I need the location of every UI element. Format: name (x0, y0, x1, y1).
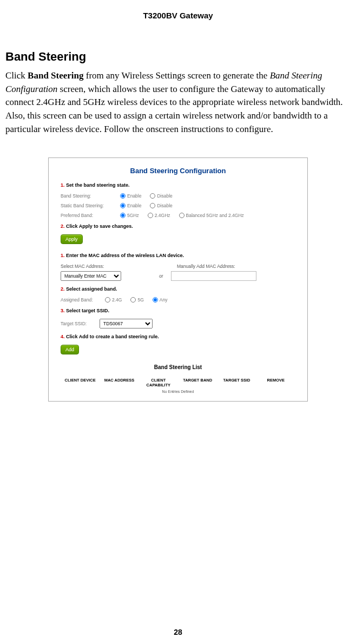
step-text: Select assigned band. (65, 286, 117, 292)
band-steering-disable-option[interactable]: Disable (150, 193, 172, 199)
pref-5ghz-option[interactable]: 5GHz (120, 213, 139, 218)
col-target-ssid: TARGET SSID (217, 378, 256, 387)
assigned-band-row: Assigned Band: 2.4G 5G Any (61, 297, 295, 303)
assigned-5g-option[interactable]: 5G (130, 297, 143, 303)
assigned-any-radio[interactable] (153, 297, 158, 303)
static-disable-option[interactable]: Disable (150, 203, 172, 208)
option-label: 5G (137, 297, 143, 303)
step-a4-heading: 4. Click Add to create a band steering r… (61, 334, 295, 339)
document-header: T3200BV Gateway (5, 11, 351, 20)
step-number: 2. (61, 286, 65, 292)
mac-select[interactable]: Manually Enter MAC (61, 271, 121, 281)
step-text: Click Apply to save changes. (65, 224, 133, 229)
option-label: Disable (157, 203, 172, 208)
pref-balanced-option[interactable]: Balanced 5GHz and 2.4GHz (179, 213, 244, 218)
band-steering-list-title: Band Steering List (61, 364, 295, 370)
step-2-heading: 2. Click Apply to save changes. (61, 224, 295, 229)
list-header-row: CLIENT DEVICE MAC ADDRESS CLIENT CAPABIL… (61, 378, 295, 387)
band-steering-disable-radio[interactable] (150, 193, 155, 199)
static-enable-radio[interactable] (120, 203, 126, 208)
apply-button[interactable]: Apply (61, 234, 83, 244)
step-number: 1. (61, 253, 65, 258)
static-disable-radio[interactable] (150, 203, 155, 208)
step-a2-heading: 2. Select assigned band. (61, 286, 295, 292)
pref-5ghz-radio[interactable] (120, 213, 126, 218)
preferred-band-label: Preferred Band: (61, 213, 120, 218)
add-button[interactable]: Add (61, 345, 79, 354)
pref-balanced-radio[interactable] (179, 213, 184, 218)
section-paragraph: Click Band Steering from any Wireless Se… (5, 69, 351, 136)
band-steering-enable-option[interactable]: Enable (120, 193, 141, 199)
assigned-any-option[interactable]: Any (153, 297, 168, 303)
assigned-24g-radio[interactable] (105, 297, 110, 303)
para-text: from any Wireless Settings screen to gen… (84, 70, 270, 81)
pref-24ghz-option[interactable]: 2.4GHz (148, 213, 170, 218)
mac-manual-input[interactable] (171, 271, 256, 281)
col-client-capability: CLIENT CAPABILITY (139, 378, 178, 387)
col-mac-address: MAC ADDRESS (100, 378, 139, 387)
option-label: 2.4GHz (155, 213, 170, 218)
static-band-steering-label: Static Band Steering: (61, 203, 120, 208)
mac-input-row: Manually Enter MAC or (61, 271, 295, 281)
step-text: Set the band steering state. (65, 182, 130, 188)
option-label: 2.4G (112, 297, 122, 303)
col-client-device: CLIENT DEVICE (61, 378, 100, 387)
step-number: 1. (61, 182, 65, 188)
assigned-5g-radio[interactable] (130, 297, 136, 303)
mac-manual-label: Manually Add MAC Address: (177, 264, 235, 269)
option-label: Enable (127, 203, 141, 208)
pref-24ghz-radio[interactable] (148, 213, 153, 218)
mac-or-text: or (159, 273, 163, 279)
panel-title: Band Steering Configuration (61, 167, 295, 175)
no-entries-text: No Entries Defined (61, 390, 295, 393)
mac-select-label: Select MAC Address: (61, 264, 177, 269)
step-number: 4. (61, 334, 65, 339)
para-text: Click (5, 70, 28, 81)
band-steering-row: Band Steering: Enable Disable (61, 193, 295, 199)
static-band-steering-row: Static Band Steering: Enable Disable (61, 203, 295, 208)
col-target-band: TARGET BAND (178, 378, 217, 387)
step-text: Select target SSID. (65, 308, 110, 313)
step-text: Enter the MAC address of the wireless LA… (65, 253, 184, 258)
preferred-band-row: Preferred Band: 5GHz 2.4GHz Balanced 5GH… (61, 213, 295, 218)
config-panel: Band Steering Configuration 1. Set the b… (48, 157, 308, 402)
step-number: 3. (61, 308, 65, 313)
para-bold: Band Steering (28, 70, 83, 81)
mac-labels-row: Select MAC Address: Manually Add MAC Add… (61, 264, 295, 269)
static-enable-option[interactable]: Enable (120, 203, 141, 208)
target-ssid-select[interactable]: TDS0067 (100, 319, 153, 328)
option-label: 5GHz (127, 213, 139, 218)
band-steering-label: Band Steering: (61, 193, 120, 199)
assigned-band-label: Assigned Band: (61, 297, 105, 303)
target-ssid-row: Target SSID: TDS0067 (61, 319, 295, 328)
assigned-24g-option[interactable]: 2.4G (105, 297, 122, 303)
section-heading: Band Steering (5, 50, 351, 64)
step-a3-heading: 3. Select target SSID. (61, 308, 295, 313)
step-a1-heading: 1. Enter the MAC address of the wireless… (61, 253, 295, 258)
target-ssid-label: Target SSID: (61, 321, 100, 326)
step-number: 2. (61, 224, 65, 229)
page-number: 28 (0, 628, 356, 636)
band-steering-enable-radio[interactable] (120, 193, 126, 199)
step-text: Click Add to create a band steering rule… (65, 334, 159, 339)
option-label: Balanced 5GHz and 2.4GHz (186, 213, 244, 218)
option-label: Enable (127, 193, 141, 199)
option-label: Any (160, 297, 168, 303)
col-remove: REMOVE (256, 378, 295, 387)
step-1-heading: 1. Set the band steering state. (61, 182, 295, 188)
option-label: Disable (157, 193, 172, 199)
